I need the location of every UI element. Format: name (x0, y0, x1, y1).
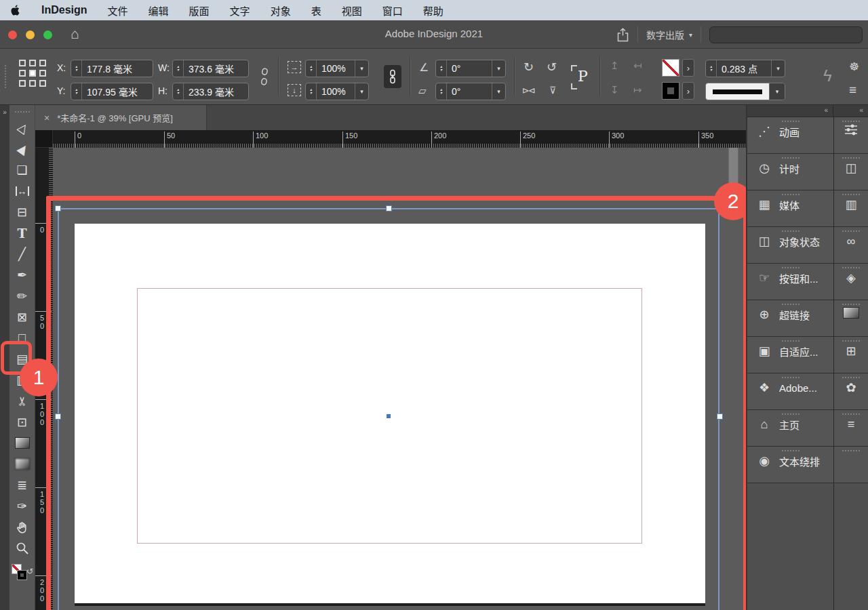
close-tab-icon[interactable]: × (44, 113, 50, 123)
buttons-forms-panel-button[interactable]: ☞按钮和... (747, 264, 833, 300)
dropdown-chevron-icon[interactable]: ▾ (771, 60, 785, 77)
collapse-panels-icon[interactable]: « (747, 105, 833, 117)
w-value[interactable]: 373.6 毫米 (184, 60, 248, 77)
stepper-icon[interactable]: ▴▾ (306, 60, 317, 77)
stepper-icon[interactable]: ▴▾ (306, 83, 317, 100)
horizontal-ruler[interactable]: 0 50 100 150 200 250 300 350 (53, 130, 746, 148)
scale-y-value[interactable]: 100% (317, 83, 355, 100)
app-menu-indesign[interactable]: InDesign (41, 4, 87, 16)
dropdown-chevron-icon[interactable]: ▾ (492, 83, 505, 100)
apple-menu[interactable] (11, 4, 21, 16)
dropdown-chevron-icon[interactable]: ▾ (355, 83, 368, 100)
pencil-tool-button[interactable]: ✏ (9, 285, 35, 306)
settings-panel-button[interactable] (834, 117, 868, 153)
dropdown-chevron-icon[interactable]: ▾ (492, 60, 505, 77)
share-icon[interactable] (616, 28, 629, 42)
type-tool-button[interactable]: T (9, 222, 35, 243)
liquid-layout-panel-button[interactable]: ▣自适应... (747, 337, 833, 373)
rotate-ccw-icon[interactable]: ↺ (547, 60, 557, 75)
zoom-tool-button[interactable] (9, 537, 35, 558)
preflight-panel-button[interactable]: ▥ (834, 190, 868, 226)
flip-vertical-icon[interactable]: ⊽ (549, 85, 556, 96)
dropdown-chevron-icon[interactable]: ▾ (769, 83, 785, 100)
selection-tool-button[interactable]: ▷ (9, 117, 35, 138)
stepper-icon[interactable]: ▴▾ (436, 60, 447, 77)
stroke-swatch[interactable] (662, 82, 679, 100)
media-panel-button[interactable]: ▦媒体 (747, 190, 833, 226)
select-container-icon[interactable]: ↥ (610, 60, 619, 72)
direct-selection-tool-button[interactable]: ▶ (9, 138, 35, 159)
search-input[interactable] (709, 26, 863, 43)
shear-field[interactable]: ▴▾ 0° ▾ (435, 83, 506, 100)
flip-horizontal-icon[interactable]: ⊳⊲ (522, 85, 534, 96)
adobe-panel-button[interactable]: ❖Adobe... (747, 373, 833, 409)
menu-table[interactable]: 表 (311, 3, 321, 18)
mini-fill-stroke-swatches[interactable]: ↺ (9, 561, 35, 588)
y-position-field[interactable]: ▴▾ 107.95 毫米 (71, 83, 153, 100)
links-panel-button[interactable]: ∞ (834, 227, 868, 263)
page-tool-button[interactable]: ❏ (9, 159, 35, 180)
hand-tool-button[interactable] (9, 516, 35, 537)
document-tab[interactable]: × *未命名-1 @ 39% [GPU 预览] (35, 105, 207, 130)
stepper-icon[interactable]: ▴▾ (173, 83, 184, 100)
pen-tool-button[interactable]: ✒ (9, 264, 35, 285)
gradient-panel-button[interactable] (834, 300, 868, 336)
layers-panel-button[interactable]: ◈ (834, 264, 868, 300)
quick-apply-lightning-icon[interactable]: ϟ (823, 66, 832, 85)
stepper-icon[interactable]: ▴▾ (71, 83, 82, 100)
select-previous-object-icon[interactable]: ↤ (633, 60, 642, 72)
x-position-field[interactable]: ▴▾ 177.8 毫米 (71, 60, 153, 77)
stepper-icon[interactable]: ▴▾ (706, 60, 717, 77)
stroke-weight-field[interactable]: ▴▾ 0.283 点 ▾ (705, 60, 785, 77)
stroke-panel-button[interactable]: ≡ (834, 410, 868, 446)
ruler-origin-box[interactable] (35, 130, 53, 148)
menu-view[interactable]: 视图 (342, 3, 362, 18)
timing-panel-button[interactable]: ◷计时 (747, 154, 833, 190)
eyedropper-tool-button[interactable]: ✑ (9, 495, 35, 516)
select-next-object-icon[interactable]: ↦ (633, 84, 642, 96)
height-field[interactable]: ▴▾ 233.9 毫米 (172, 83, 249, 100)
note-tool-button[interactable]: ≣ (9, 474, 35, 495)
panel-grip[interactable] (5, 65, 6, 88)
stepper-icon[interactable]: ▴▾ (436, 83, 447, 100)
x-value[interactable]: 177.8 毫米 (82, 60, 153, 77)
swatches-panel-button[interactable]: ✿ (834, 373, 868, 409)
panel-menu-icon[interactable]: ≡ (849, 83, 856, 98)
stepper-icon[interactable]: ▴▾ (173, 60, 184, 77)
menu-window[interactable]: 窗口 (382, 3, 403, 18)
mini-stroke-swatch[interactable] (17, 570, 27, 580)
gap-tool-button[interactable]: ↔ (9, 180, 35, 201)
constrain-scale-link-icon[interactable] (384, 65, 401, 88)
toolbar-grip[interactable] (15, 111, 30, 113)
text-wrap-panel-button[interactable]: ◉文本绕排 (747, 447, 833, 483)
menu-file[interactable]: 文件 (108, 3, 128, 18)
line-tool-button[interactable]: ╱ (9, 243, 35, 264)
gradient-feather-tool-button[interactable] (9, 453, 35, 474)
h-value[interactable]: 233.9 毫米 (184, 83, 248, 100)
constrain-dimensions-broken-link-icon[interactable] (259, 68, 270, 85)
masters-panel-button[interactable]: ⌂主页 (747, 410, 833, 446)
facing-pages-panel-button[interactable]: ◫ (834, 154, 868, 190)
rectangle-frame-tool-button[interactable]: ⊠ (9, 306, 35, 327)
animation-panel-button[interactable]: ⋰动画 (747, 117, 833, 153)
swap-fill-stroke-icon[interactable]: ↺ (26, 567, 33, 576)
scale-x-field[interactable]: ▴▾ 100% ▾ (305, 60, 369, 77)
pages-panel-button[interactable]: ⊞ (834, 337, 868, 373)
stroke-options-button[interactable]: › (682, 82, 694, 100)
free-transform-tool-button[interactable]: ⊡ (9, 411, 35, 432)
fill-swatch-none[interactable] (662, 59, 679, 77)
menu-edit[interactable]: 编辑 (149, 3, 169, 18)
scale-y-field[interactable]: ▴▾ 100% ▾ (305, 83, 369, 100)
stepper-icon[interactable]: ▴▾ (71, 60, 82, 77)
shear-value[interactable]: 0° (447, 83, 492, 100)
select-content-icon[interactable]: ↧ (610, 84, 619, 96)
menu-object[interactable]: 对象 (271, 3, 291, 18)
expand-dock-icon[interactable]: » (0, 108, 9, 116)
menu-help[interactable]: 帮助 (423, 3, 443, 18)
dropdown-chevron-icon[interactable]: ▾ (355, 60, 368, 77)
rotation-field[interactable]: ▴▾ 0° ▾ (435, 60, 506, 77)
scale-x-value[interactable]: 100% (317, 60, 355, 77)
stroke-type-dropdown[interactable]: ▾ (705, 83, 785, 100)
width-field[interactable]: ▴▾ 373.6 毫米 (172, 60, 249, 77)
workspace-switcher[interactable]: 数字出版 ▾ (646, 28, 692, 41)
